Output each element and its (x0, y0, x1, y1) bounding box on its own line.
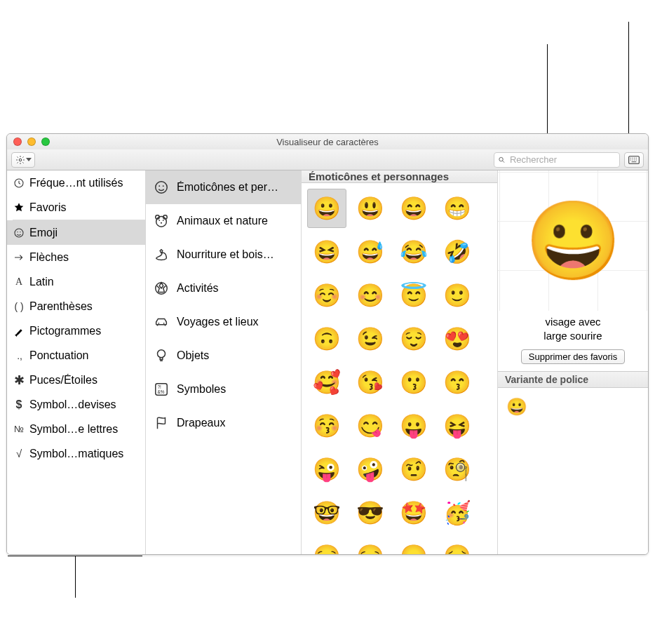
character-cell[interactable]: 🙂 (438, 276, 477, 315)
car-icon (153, 314, 170, 330)
sidebar-item-label: Symbol…e lettres (29, 423, 118, 436)
bulb-icon (153, 347, 170, 364)
sidebar-item-letterlike[interactable]: № Symbol…e lettres (7, 417, 145, 441)
character-cell[interactable]: 😜 (307, 450, 346, 489)
svg-point-1 (499, 157, 503, 161)
character-cell[interactable]: 😇 (394, 276, 433, 315)
svg-point-14 (163, 220, 164, 221)
character-cell[interactable]: 😚 (307, 406, 346, 445)
character-cell[interactable]: 🥰 (307, 363, 346, 402)
sidebar-item-latin[interactable]: A Latin (7, 269, 145, 294)
sidebar-item-currency[interactable]: $ Symbol…devises (7, 392, 145, 417)
subcat-label: Symboles (177, 383, 226, 396)
subcat-objects[interactable]: Objets (146, 339, 301, 373)
character-cell[interactable]: 🤓 (307, 493, 346, 532)
font-variants-list: 😀 (498, 388, 648, 426)
sidebar-item-arrows[interactable]: Flèches (7, 245, 145, 269)
minimize-button[interactable] (27, 137, 36, 146)
svg-point-8 (158, 185, 160, 187)
character-cell[interactable]: 😒 (351, 537, 390, 555)
subcat-label: Objets (177, 349, 209, 362)
smiley-outline-icon (153, 179, 170, 196)
sidebar-item-label: Puces/Étoiles (29, 374, 97, 387)
remove-from-favorites-button[interactable]: Supprimer des favoris (521, 349, 625, 364)
close-button[interactable] (13, 137, 22, 146)
sidebar-item-punctuation[interactable]: . , Ponctuation (7, 343, 145, 368)
character-cell[interactable]: 😌 (394, 319, 433, 358)
character-cell[interactable]: 🤨 (394, 450, 433, 489)
svg-point-6 (20, 232, 20, 232)
character-cell[interactable]: 😂 (394, 232, 433, 271)
sidebar-item-parentheses[interactable]: ( ) Parenthèses (7, 294, 145, 318)
character-cell[interactable]: 😃 (351, 189, 390, 228)
character-cell[interactable]: 🤣 (438, 232, 477, 271)
character-cell[interactable]: 😅 (351, 232, 390, 271)
character-cell[interactable]: 😄 (394, 189, 433, 228)
preview-name-line2: large sourire (543, 330, 602, 342)
numero-icon: № (13, 423, 25, 436)
sidebar-item-bullets[interactable]: ✱ Puces/Étoiles (7, 368, 145, 392)
sidebar-item-emoji[interactable]: Emoji (7, 220, 145, 245)
font-variants-header: Variante de police (498, 371, 648, 388)
food-icon (153, 246, 170, 263)
character-cell[interactable]: 😁 (438, 189, 477, 228)
svg-point-5 (17, 232, 18, 232)
sidebar-item-recent[interactable]: Fréque…nt utilisés (7, 170, 145, 195)
sidebar-item-math[interactable]: √ Symbol…matiques (7, 441, 145, 466)
zoom-button[interactable] (41, 137, 50, 146)
settings-menu-button[interactable] (11, 152, 35, 168)
subcategory-list: Émoticônes et per… Animaux et nature Nou… (146, 170, 302, 554)
svg-point-12 (156, 217, 167, 227)
subcat-food[interactable]: Nourriture et bois… (146, 238, 301, 271)
character-cell[interactable]: 😀 (307, 189, 346, 228)
svg-point-13 (158, 220, 160, 221)
subcat-travel[interactable]: Voyages et lieux (146, 305, 301, 339)
subcat-smileys[interactable]: Émoticônes et per… (146, 170, 301, 204)
asterisk-icon: ✱ (13, 374, 25, 387)
subcat-animals[interactable]: Animaux et nature (146, 204, 301, 238)
character-cell[interactable]: 😊 (351, 276, 390, 315)
subcat-symbols[interactable]: ?!&% Symboles (146, 373, 301, 406)
subcat-label: Voyages et lieux (177, 316, 259, 328)
svg-point-18 (163, 323, 165, 324)
arrow-icon (13, 251, 25, 264)
sidebar-item-label: Emoji (29, 227, 58, 239)
sidebar-item-pictographs[interactable]: Pictogrammes (7, 318, 145, 343)
subcat-label: Nourriture et bois… (177, 248, 274, 261)
search-field[interactable] (494, 152, 620, 168)
character-cell[interactable]: 🤩 (394, 493, 433, 532)
gear-icon (15, 155, 25, 165)
keyboard-viewer-button[interactable] (624, 152, 644, 168)
character-cell[interactable]: 😍 (438, 319, 477, 358)
subcat-activity[interactable]: Activités (146, 271, 301, 305)
sidebar-item-favorites[interactable]: Favoris (7, 195, 145, 220)
character-cell[interactable]: 🙃 (307, 319, 346, 358)
character-cell[interactable]: 😏 (307, 537, 346, 555)
ball-icon (153, 280, 170, 297)
character-cell[interactable]: 🥳 (438, 493, 477, 532)
character-cell[interactable]: 😋 (351, 406, 390, 445)
toolbar (7, 149, 648, 170)
character-cell[interactable]: 😗 (394, 363, 433, 402)
svg-text:?!: ?! (158, 384, 162, 389)
character-cell[interactable]: ☺️ (307, 276, 346, 315)
search-input[interactable] (508, 154, 616, 166)
character-cell[interactable]: 😛 (394, 406, 433, 445)
character-cell[interactable]: 😝 (438, 406, 477, 445)
svg-point-7 (156, 182, 168, 194)
clock-icon (13, 177, 25, 189)
character-cell[interactable]: 😆 (307, 232, 346, 271)
svg-point-4 (15, 229, 23, 237)
subcat-flags[interactable]: Drapeaux (146, 406, 301, 440)
keyboard-icon (628, 156, 640, 164)
character-cell[interactable]: 😙 (438, 363, 477, 402)
character-cell[interactable]: 😔 (438, 537, 477, 555)
grid-header: Émoticônes et personnages (302, 170, 497, 183)
character-cell[interactable]: 😞 (394, 537, 433, 555)
character-cell[interactable]: 🤪 (351, 450, 390, 489)
character-cell[interactable]: 😎 (351, 493, 390, 532)
character-cell[interactable]: 😉 (351, 319, 390, 358)
font-variant[interactable]: 😀 (505, 395, 529, 419)
character-cell[interactable]: 😘 (351, 363, 390, 402)
character-cell[interactable]: 🧐 (438, 450, 477, 489)
